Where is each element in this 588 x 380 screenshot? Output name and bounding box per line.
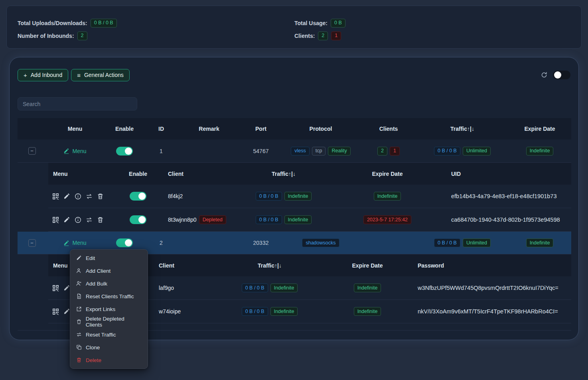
- menu-item-add-client-label: Add Client: [86, 268, 110, 274]
- inbound-2-protocols: shadowsocks: [281, 238, 361, 247]
- menu-item-clone-label: Clone: [86, 345, 100, 350]
- search-input[interactable]: [18, 97, 137, 110]
- client-traffic: 0 B / 0 B Indefinite: [220, 284, 320, 292]
- inbounds-count-badge: 2: [77, 32, 87, 40]
- client-uid: ca68470b-1940-437d-802b-1f9573e94598: [447, 217, 571, 223]
- client-enable-toggle[interactable]: [130, 192, 146, 201]
- edit-pencil-icon: [63, 240, 69, 246]
- client-row-8f4kj2: 8f4kj2 0 B / 0 B Indefinite Indefinite e…: [48, 185, 571, 208]
- qr-code-icon[interactable]: [52, 285, 59, 291]
- client-traffic-total-badge: Indefinite: [284, 215, 312, 224]
- general-actions-button[interactable]: ≡ General Actions: [71, 69, 130, 81]
- inbound-1-menu-link[interactable]: Menu: [63, 148, 86, 154]
- inbound-context-menu: Edit Add Client Add Bulk Reset Clients T…: [70, 249, 148, 369]
- stats-left-column: Total Uploads/Downloads: 0 B / 0 B Numbe…: [18, 18, 117, 40]
- header-id: ID: [145, 126, 177, 132]
- collapse-inbound-2-button[interactable]: −: [28, 239, 36, 247]
- clients-active-badge: 2: [318, 32, 328, 40]
- qr-code-icon[interactable]: [52, 217, 59, 223]
- client-expire: 2023-5-7 17:25:42: [328, 215, 447, 224]
- menu-item-edit[interactable]: Edit: [70, 252, 148, 264]
- sub2-header-traffic-sort[interactable]: Traffic↑|↓: [220, 262, 320, 269]
- inbound-1-traffic-total-badge: Unlimited: [463, 147, 491, 156]
- client-expire-badge: Indefinite: [354, 307, 381, 316]
- info-icon[interactable]: [75, 217, 81, 223]
- client-traffic-total-badge: Indefinite: [284, 192, 312, 201]
- client-row-8t3wjnn8p0: 8t3wjnn8p0 Depleted 0 B / 0 B Indefinite…: [48, 208, 571, 232]
- header-enable: Enable: [104, 126, 145, 132]
- collapse-inbound-1-button[interactable]: −: [28, 147, 36, 155]
- refresh-icon[interactable]: [541, 72, 547, 78]
- add-inbound-button[interactable]: + Add Inbound: [18, 69, 68, 81]
- menu-item-edit-label: Edit: [86, 255, 95, 261]
- header-menu: Menu: [46, 126, 104, 132]
- delete-depleted-clients-icon: [76, 319, 82, 325]
- toolbar-right: [541, 71, 570, 79]
- reset-traffic-icon[interactable]: [86, 193, 93, 200]
- menu-item-reset-clients-traffic[interactable]: Reset Clients Traffic: [70, 290, 148, 303]
- sub1-header-traffic-sort[interactable]: Traffic↑|↓: [240, 171, 328, 177]
- general-actions-label: General Actions: [84, 72, 124, 78]
- client-traffic: 0 B / 0 B Indefinite: [240, 215, 328, 224]
- client-enable-toggle[interactable]: [130, 215, 146, 224]
- delete-icon: [76, 357, 82, 363]
- inbound-1-clients: 2 1: [361, 147, 416, 156]
- inbound-1-clients-table: Menu Enable Client Traffic↑|↓ Expire Dat…: [48, 163, 571, 232]
- stats-card: Total Uploads/Downloads: 0 B / 0 B Numbe…: [6, 6, 582, 49]
- stats-right-column: Total Usage: 0 B Clients: 2 1: [294, 18, 345, 40]
- delete-client-icon[interactable]: [97, 217, 104, 223]
- inbounds-count-label: Number of Inbounds:: [18, 33, 74, 39]
- theme-toggle[interactable]: [553, 71, 570, 79]
- menu-item-reset-traffic[interactable]: Reset Traffic: [70, 328, 148, 341]
- reset-traffic-icon[interactable]: [86, 217, 93, 223]
- header-traffic-sort[interactable]: Traffic↑|↓: [416, 126, 508, 132]
- inbound-1-traffic-badge: 0 B / 0 B: [434, 147, 460, 156]
- edit-icon: [76, 255, 82, 261]
- menu-item-add-bulk[interactable]: Add Bulk: [70, 277, 148, 290]
- uploads-label: Total Uploads/Downloads:: [18, 20, 87, 26]
- client-expire: Indefinite: [320, 284, 415, 292]
- menu-item-delete[interactable]: Delete: [70, 354, 148, 366]
- inbound-2-enable-toggle[interactable]: [116, 238, 133, 247]
- inbound-2-menu-label: Menu: [72, 240, 86, 246]
- inbound-1-menu-label: Menu: [72, 148, 86, 154]
- menu-item-add-bulk-label: Add Bulk: [86, 281, 107, 287]
- menu-item-export-links-label: Export Links: [86, 306, 115, 312]
- delete-client-icon[interactable]: [97, 193, 104, 200]
- hamburger-icon: ≡: [77, 72, 81, 79]
- menu-item-clone[interactable]: Clone: [70, 341, 148, 354]
- clone-icon: [76, 345, 82, 350]
- protocol-badge-tcp: tcp: [312, 147, 326, 156]
- collapse-icon: −: [30, 148, 34, 154]
- header-clients: Clients: [361, 126, 416, 132]
- inbound-1-clients-header: Menu Enable Client Traffic↑|↓ Expire Dat…: [48, 163, 571, 185]
- uploads-value-badge: 0 B / 0 B: [91, 19, 117, 28]
- client-traffic-total-badge: Indefinite: [270, 307, 298, 316]
- inbound-2-expire: Indefinite: [508, 238, 571, 247]
- client-name-cell: 8t3wjnn8p0 Depleted: [160, 215, 240, 224]
- edit-client-icon[interactable]: [63, 193, 70, 200]
- edit-client-icon[interactable]: [63, 217, 70, 223]
- inbound-1-id: 1: [145, 148, 177, 154]
- sub1-header-client: Client: [160, 171, 240, 177]
- menu-item-delete-depleted-clients[interactable]: Delete Depleted Clients: [70, 315, 148, 328]
- inbound-2-expire-badge: Indefinite: [526, 238, 554, 247]
- client-uid: efb14b43-4a79-4e83-ef18-e48cf1901b73: [447, 193, 571, 199]
- sub2-header-client: Client: [148, 262, 220, 269]
- inbound-1-enable-toggle[interactable]: [116, 147, 133, 156]
- info-icon[interactable]: [75, 193, 81, 200]
- menu-item-add-client[interactable]: Add Client: [70, 264, 148, 277]
- edit-client-icon[interactable]: [63, 285, 70, 291]
- menu-item-export-links[interactable]: Export Links: [70, 303, 148, 315]
- qr-code-icon[interactable]: [52, 308, 59, 315]
- header-protocol: Protocol: [281, 126, 361, 132]
- edit-client-icon[interactable]: [63, 308, 70, 315]
- client-password: w3NfbzUPf5WWd745Q8pvsmQrdrttT2IO6knuI7Di…: [415, 285, 571, 291]
- inbound-1-port: 54767: [241, 148, 281, 154]
- inbound-2-menu-link[interactable]: Menu: [63, 240, 86, 246]
- client-actions: [48, 193, 116, 200]
- qr-code-icon[interactable]: [52, 193, 59, 200]
- client-expire-badge: Indefinite: [374, 192, 401, 201]
- add-bulk-icon: [76, 281, 82, 286]
- client-traffic-badge: 0 B / 0 B: [242, 284, 268, 292]
